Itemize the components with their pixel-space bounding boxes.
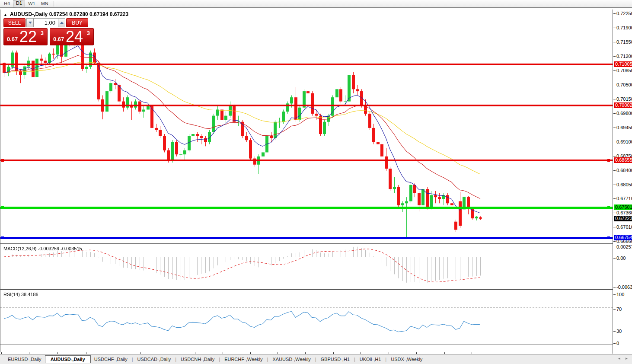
macd-axis-label: 0.002574 bbox=[616, 244, 632, 249]
sell-price-pip: 3 bbox=[41, 30, 44, 36]
chart-tab-xauusd-weekly[interactable]: XAUUSD-,Weekly bbox=[269, 356, 314, 363]
price-axis: 0.722500.719000.715500.712000.708500.705… bbox=[613, 10, 632, 354]
price-level-badge: 0.70002 bbox=[614, 102, 632, 108]
rsi-axis-label: 70 bbox=[616, 307, 622, 312]
chart-tab-eurusd-daily[interactable]: EURUSD-,Daily bbox=[4, 356, 45, 363]
buy-button[interactable]: BUY bbox=[66, 18, 88, 27]
price-axis-label: 0.67010 bbox=[616, 224, 632, 230]
horizontal-level-line-0.66754[interactable] bbox=[0, 237, 613, 239]
tab-separator: | bbox=[384, 357, 387, 362]
price-axis-label: 0.71900 bbox=[616, 25, 632, 30]
rsi-axis-label: 0 bbox=[616, 341, 619, 346]
timeframe-button-D1[interactable]: D1 bbox=[13, 0, 25, 7]
price-level-badge: 0.67501 bbox=[614, 204, 632, 210]
open-value: 0.67254 bbox=[49, 11, 68, 17]
chart-left-border bbox=[0, 10, 0, 354]
horizontal-level-line-0.70002[interactable] bbox=[0, 105, 613, 106]
rsi-indicator-label: RSI(14) 38.4186 bbox=[3, 292, 38, 297]
tab-scroll-right-icon[interactable]: ► bbox=[623, 355, 630, 362]
triangle-down-icon bbox=[29, 22, 32, 24]
chart-tab-eurchf-weekly[interactable]: EURCHF-,Weekly bbox=[221, 356, 266, 363]
buy-price-pip: 3 bbox=[87, 30, 90, 36]
mt4-window: H4D1W1MN ▲AUDUSD-,Daily 0.67254 0.67280 … bbox=[0, 0, 632, 364]
horizontal-level-line-0.67501[interactable] bbox=[0, 207, 613, 209]
chart-tab-usdx-weekly[interactable]: USDX-,Weekly bbox=[387, 356, 426, 363]
price-level-badge: 0.68655 bbox=[614, 157, 632, 163]
tab-separator: | bbox=[218, 357, 221, 362]
volume-increase-button[interactable] bbox=[58, 18, 65, 27]
timeframe-button-MN[interactable]: MN bbox=[38, 0, 51, 7]
level-marker[interactable] bbox=[607, 206, 610, 209]
level-marker[interactable] bbox=[607, 159, 610, 162]
chart-window: ▲AUDUSD-,Daily 0.67254 0.67280 0.67194 0… bbox=[0, 7, 632, 355]
chart-tab-ukoil-h1[interactable]: UKOil-,H1 bbox=[356, 356, 385, 363]
macd-panel-divider[interactable] bbox=[0, 243, 632, 244]
horizontal-level-line-0.68655[interactable] bbox=[0, 160, 613, 161]
timeframe-button-W1[interactable]: W1 bbox=[26, 0, 38, 7]
one-click-trading-panel: SELL BUY 0.67 22 3 0.67 24 3 bbox=[3, 18, 95, 45]
tab-separator: | bbox=[174, 357, 177, 362]
rsi-axis-label: 100 bbox=[616, 292, 624, 297]
price-axis-label: 0.70150 bbox=[616, 96, 632, 102]
tab-scroll-left-icon[interactable]: ◄ bbox=[616, 355, 623, 362]
date-axis-divider bbox=[0, 345, 632, 345]
chart-tab-gbpusd-h1[interactable]: GBPUSD-,H1 bbox=[317, 356, 353, 363]
tab-separator: | bbox=[353, 357, 356, 362]
timeframe-button-H4[interactable]: H4 bbox=[1, 0, 13, 7]
price-axis-label: 0.68050 bbox=[616, 182, 632, 187]
symbol-period-label: AUDUSD-,Daily bbox=[10, 11, 48, 17]
price-axis-label: 0.68400 bbox=[616, 168, 632, 173]
tab-separator: | bbox=[314, 357, 317, 362]
collapse-chart-icon[interactable]: ▲ bbox=[3, 13, 7, 17]
level-marker[interactable] bbox=[1, 236, 4, 239]
close-value: 0.67223 bbox=[110, 11, 128, 17]
buy-price-tile[interactable]: 0.67 24 3 bbox=[50, 28, 94, 45]
toolbar-separator bbox=[54, 1, 55, 6]
level-marker[interactable] bbox=[1, 206, 4, 209]
chart-tab-usdchf-daily[interactable]: USDCHF-,Daily bbox=[91, 356, 131, 363]
sell-price-big: 22 bbox=[19, 28, 37, 46]
price-chart-canvas[interactable] bbox=[0, 8, 613, 354]
horizontal-level-line-0.71005[interactable] bbox=[0, 64, 613, 65]
low-value: 0.67194 bbox=[89, 11, 108, 17]
volume-decrease-button[interactable] bbox=[26, 18, 34, 27]
volume-input[interactable] bbox=[34, 18, 58, 27]
tab-scroll-buttons: ◄ ► bbox=[616, 355, 630, 362]
chart-tab-audusd-daily[interactable]: AUDUSD-,Daily bbox=[45, 355, 91, 363]
price-axis-label: 0.69450 bbox=[616, 125, 632, 130]
tab-separator: | bbox=[131, 357, 134, 362]
level-marker[interactable] bbox=[607, 236, 610, 239]
sell-price-prefix: 0.67 bbox=[7, 36, 18, 42]
rsi-panel-divider[interactable] bbox=[0, 289, 632, 290]
price-level-badge: 0.66754 bbox=[614, 235, 632, 240]
price-axis-label: 0.67360 bbox=[616, 210, 632, 215]
buy-price-prefix: 0.67 bbox=[53, 36, 64, 42]
triangle-up-icon bbox=[60, 22, 64, 24]
high-value: 0.67280 bbox=[69, 11, 88, 17]
rsi-axis-label: 30 bbox=[616, 329, 622, 334]
macd-indicator-label: MACD(12,26,9) -0.003259 -0.003515 bbox=[3, 246, 82, 251]
level-marker[interactable] bbox=[1, 159, 4, 162]
chart-tab-usdcnh-daily[interactable]: USDCNH-,Daily bbox=[177, 356, 218, 363]
buy-price-big: 24 bbox=[66, 28, 83, 46]
macd-axis-label: -0.006326 bbox=[616, 284, 632, 290]
price-axis-label: 0.70500 bbox=[616, 82, 632, 87]
sell-button[interactable]: SELL bbox=[3, 18, 26, 27]
sell-price-tile[interactable]: 0.67 22 3 bbox=[3, 28, 48, 45]
chart-tab-usdcad-daily[interactable]: USDCAD-,Daily bbox=[134, 356, 175, 363]
current-price-line bbox=[0, 219, 613, 219]
price-level-badge: 0.71005 bbox=[614, 61, 632, 67]
price-axis-label: 0.67710 bbox=[616, 196, 632, 201]
price-axis-label: 0.71200 bbox=[616, 54, 632, 59]
timeframe-toolbar: H4D1W1MN bbox=[0, 0, 632, 7]
price-axis-label: 0.70850 bbox=[616, 68, 632, 73]
price-axis-label: 0.69800 bbox=[616, 111, 632, 116]
price-axis-label: 0.71550 bbox=[616, 39, 632, 45]
price-axis-label: 0.69100 bbox=[616, 139, 632, 144]
chart-ohlc-title: ▲AUDUSD-,Daily 0.67254 0.67280 0.67194 0… bbox=[3, 11, 128, 17]
tab-separator: | bbox=[266, 357, 269, 362]
chart-tab-bar: EURUSD-,DailyAUDUSD-,DailyUSDCHF-,Daily|… bbox=[0, 354, 632, 364]
macd-axis-label: 0.00 bbox=[616, 255, 626, 261]
price-axis-label: 0.72250 bbox=[616, 11, 632, 16]
current-price-badge: 0.67223 bbox=[614, 216, 632, 221]
